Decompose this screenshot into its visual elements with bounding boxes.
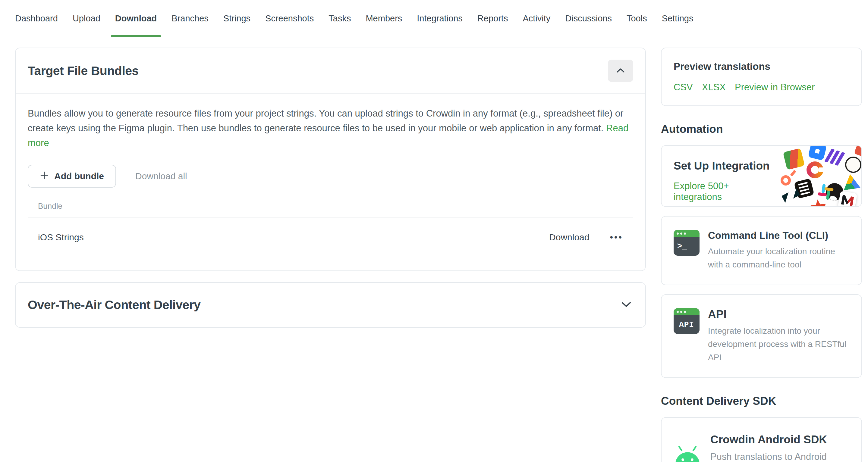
bundles-card-title: Target File Bundles [28,64,138,78]
api-icon-glyph: API [674,315,700,334]
preview-links: CSV XLSX Preview in Browser [674,82,849,93]
integration-logo-cluster [779,146,861,206]
color-ring-icon [807,161,824,178]
terminal-icon: >_ [674,230,700,256]
terminal-titlebar [674,230,700,237]
tab-screenshots[interactable]: Screenshots [265,0,314,37]
set-up-integration-title: Set Up Integration [674,160,777,172]
cli-card[interactable]: >_ Command Line Tool (CLI) Automate your… [661,216,862,285]
crowdin-project-page: Dashboard Upload Download Branches Strin… [0,0,868,462]
preview-xlsx-link[interactable]: XLSX [702,82,726,93]
api-card[interactable]: API API Integrate localization into your… [661,294,862,378]
api-card-title: API [708,308,852,321]
chevron-up-icon [616,68,625,74]
api-card-description: Integrate localization into your develop… [708,324,852,364]
tab-discussions[interactable]: Discussions [565,0,612,37]
ota-card-title: Over-The-Air Content Delivery [28,298,200,312]
bundles-actions: Add bundle Download all [28,165,633,188]
add-bundle-button[interactable]: Add bundle [28,165,116,188]
target-file-bundles-card: Target File Bundles Bundles allow you to… [15,47,646,271]
bundles-card-body: Bundles allow you to generate resource f… [16,94,645,270]
bundles-card-header: Target File Bundles [16,48,645,94]
android-icon [673,445,703,462]
tab-strings[interactable]: Strings [223,0,250,37]
add-bundle-label: Add bundle [54,171,104,181]
plus-icon [40,171,49,182]
api-icon: API [674,308,700,334]
hubspot-icon [781,170,796,186]
tab-integrations[interactable]: Integrations [417,0,463,37]
ota-content-delivery-card: Over-The-Air Content Delivery [15,282,646,328]
download-all-button[interactable]: Download all [135,171,187,181]
bundle-download-link[interactable]: Download [549,232,589,242]
cli-card-description: Automate your localization routine with … [708,245,852,271]
sidebar: Preview translations CSV XLSX Preview in… [661,47,862,462]
automation-heading: Automation [661,123,862,135]
tab-members[interactable]: Members [366,0,402,37]
mailchimp-icon [845,157,861,173]
android-card-text: Crowdin Android SDK Push translations to… [710,433,852,462]
android-sdk-card[interactable]: Crowdin Android SDK Push translations to… [661,417,862,462]
chevron-down-icon[interactable] [621,301,631,309]
preview-csv-link[interactable]: CSV [674,82,693,93]
api-card-text: API Integrate localization into your dev… [708,308,852,364]
preview-translations-card: Preview translations CSV XLSX Preview in… [661,47,862,106]
preview-translations-title: Preview translations [674,61,849,72]
api-icon-titlebar [674,308,700,315]
red-tile-icon [854,145,862,157]
bundles-description-text: Bundles allow you to generate resource f… [28,108,623,133]
table-divider [28,217,633,218]
ota-card-header[interactable]: Over-The-Air Content Delivery [16,283,645,327]
integration-cube-icon [783,148,805,170]
m-logo-icon [838,191,858,207]
tab-tools[interactable]: Tools [627,0,647,37]
bundles-description: Bundles allow you to generate resource f… [28,106,633,150]
cli-card-text: Command Line Tool (CLI) Automate your lo… [708,230,852,271]
explore-integrations-link[interactable]: Explore 500+ integrations [674,181,777,202]
zendesk-icon [781,188,800,203]
bundle-column-header: Bundle [28,201,633,211]
android-card-title: Crowdin Android SDK [710,433,852,446]
tab-settings[interactable]: Settings [662,0,693,37]
collapse-bundles-button[interactable] [608,60,633,82]
bundle-more-actions-button[interactable]: ••• [607,230,625,244]
tab-dashboard[interactable]: Dashboard [15,0,58,37]
bundle-name: iOS Strings [38,232,549,242]
tab-upload[interactable]: Upload [73,0,100,37]
tab-activity[interactable]: Activity [523,0,550,37]
bundle-row: iOS Strings Download ••• [28,220,633,255]
set-up-integration-card[interactable]: Set Up Integration Explore 500+ integrat… [661,145,862,207]
tab-tasks[interactable]: Tasks [329,0,351,37]
main-column: Target File Bundles Bundles allow you to… [15,47,646,328]
cli-card-title: Command Line Tool (CLI) [708,230,852,241]
jira-icon [808,145,827,161]
preview-in-browser-link[interactable]: Preview in Browser [735,82,815,93]
tab-reports[interactable]: Reports [477,0,508,37]
google-drive-icon [842,173,861,190]
content-delivery-sdk-heading: Content Delivery SDK [661,395,862,407]
android-card-description: Push translations to Android apps, insta… [710,450,852,462]
tab-branches[interactable]: Branches [172,0,209,37]
page-content: Target File Bundles Bundles allow you to… [15,47,862,462]
project-tab-bar: Dashboard Upload Download Branches Strin… [15,0,862,37]
slack-icon [816,183,835,201]
tab-download[interactable]: Download [115,0,157,37]
monday-icon [826,148,844,166]
terminal-prompt-glyph: >_ [674,237,700,256]
